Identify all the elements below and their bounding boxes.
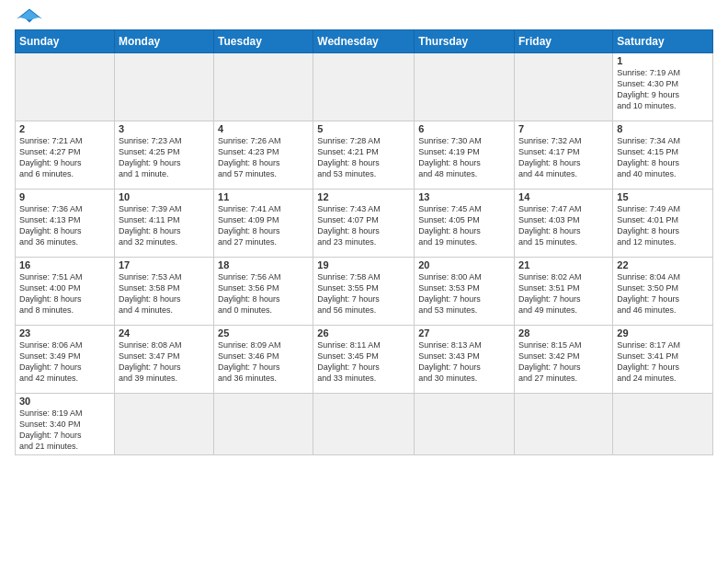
page: SundayMondayTuesdayWednesdayThursdayFrid… (0, 0, 728, 563)
day-info: Sunrise: 8:06 AM Sunset: 3:49 PM Dayligh… (19, 339, 110, 385)
calendar-week-6: 30Sunrise: 8:19 AM Sunset: 3:40 PM Dayli… (16, 394, 713, 455)
day-info: Sunrise: 7:34 AM Sunset: 4:15 PM Dayligh… (617, 135, 709, 180)
calendar-cell: 25Sunrise: 8:09 AM Sunset: 3:46 PM Dayli… (214, 326, 313, 394)
day-info: Sunrise: 7:28 AM Sunset: 4:21 PM Dayligh… (317, 135, 410, 180)
calendar-cell: 24Sunrise: 8:08 AM Sunset: 3:47 PM Dayli… (114, 326, 213, 394)
day-number: 12 (317, 191, 410, 202)
calendar-cell (613, 394, 713, 455)
day-number: 27 (418, 327, 510, 339)
day-number: 13 (418, 191, 510, 202)
day-info: Sunrise: 7:26 AM Sunset: 4:23 PM Dayligh… (218, 135, 309, 180)
day-info: Sunrise: 7:53 AM Sunset: 3:58 PM Dayligh… (119, 271, 210, 316)
calendar-cell: 13Sunrise: 7:45 AM Sunset: 4:05 PM Dayli… (415, 190, 515, 258)
calendar-cell: 1Sunrise: 7:19 AM Sunset: 4:30 PM Daylig… (613, 53, 713, 121)
day-info: Sunrise: 7:45 AM Sunset: 4:05 PM Dayligh… (418, 203, 510, 248)
day-info: Sunrise: 7:41 AM Sunset: 4:09 PM Dayligh… (218, 203, 309, 248)
day-info: Sunrise: 7:39 AM Sunset: 4:11 PM Dayligh… (119, 203, 210, 248)
day-info: Sunrise: 8:08 AM Sunset: 3:47 PM Dayligh… (119, 339, 210, 385)
calendar-cell: 22Sunrise: 8:04 AM Sunset: 3:50 PM Dayli… (613, 258, 713, 326)
day-info: Sunrise: 8:11 AM Sunset: 3:45 PM Dayligh… (317, 339, 410, 385)
weekday-header-tuesday: Tuesday (214, 30, 313, 53)
calendar-cell: 27Sunrise: 8:13 AM Sunset: 3:43 PM Dayli… (415, 326, 515, 394)
day-number: 28 (518, 327, 609, 339)
day-info: Sunrise: 8:15 AM Sunset: 3:42 PM Dayligh… (518, 339, 609, 385)
day-number: 17 (119, 259, 210, 270)
weekday-header-saturday: Saturday (613, 30, 713, 53)
calendar-week-3: 9Sunrise: 7:36 AM Sunset: 4:13 PM Daylig… (16, 190, 713, 258)
calendar-cell: 15Sunrise: 7:49 AM Sunset: 4:01 PM Dayli… (613, 190, 713, 258)
calendar-cell: 14Sunrise: 7:47 AM Sunset: 4:03 PM Dayli… (515, 190, 613, 258)
calendar-cell: 30Sunrise: 8:19 AM Sunset: 3:40 PM Dayli… (16, 394, 115, 455)
day-number: 22 (617, 259, 709, 270)
day-number: 20 (418, 259, 510, 270)
calendar-cell: 21Sunrise: 8:02 AM Sunset: 3:51 PM Dayli… (515, 258, 613, 326)
calendar-cell: 8Sunrise: 7:34 AM Sunset: 4:15 PM Daylig… (613, 121, 713, 190)
calendar-cell: 2Sunrise: 7:21 AM Sunset: 4:27 PM Daylig… (16, 121, 115, 190)
calendar-cell: 7Sunrise: 7:32 AM Sunset: 4:17 PM Daylig… (515, 121, 613, 190)
day-info: Sunrise: 8:04 AM Sunset: 3:50 PM Dayligh… (617, 271, 709, 316)
calendar-header-row: SundayMondayTuesdayWednesdayThursdayFrid… (16, 30, 713, 53)
header-area (15, 9, 713, 24)
day-number: 4 (218, 123, 309, 134)
day-number: 8 (617, 123, 709, 134)
day-number: 10 (119, 191, 210, 202)
calendar-cell (114, 394, 213, 455)
calendar-cell: 18Sunrise: 7:56 AM Sunset: 3:56 PM Dayli… (214, 258, 313, 326)
day-info: Sunrise: 7:47 AM Sunset: 4:03 PM Dayligh… (518, 203, 609, 248)
calendar-week-2: 2Sunrise: 7:21 AM Sunset: 4:27 PM Daylig… (16, 121, 713, 190)
calendar-cell (415, 53, 515, 121)
calendar-cell (515, 394, 613, 455)
calendar-cell: 5Sunrise: 7:28 AM Sunset: 4:21 PM Daylig… (313, 121, 415, 190)
logo (15, 9, 42, 24)
calendar-cell: 28Sunrise: 8:15 AM Sunset: 3:42 PM Dayli… (515, 326, 613, 394)
day-info: Sunrise: 8:00 AM Sunset: 3:53 PM Dayligh… (418, 271, 510, 316)
calendar-cell (214, 53, 313, 121)
calendar-cell: 19Sunrise: 7:58 AM Sunset: 3:55 PM Dayli… (313, 258, 415, 326)
day-number: 14 (518, 191, 609, 202)
calendar-cell: 9Sunrise: 7:36 AM Sunset: 4:13 PM Daylig… (16, 190, 115, 258)
weekday-header-monday: Monday (114, 30, 213, 53)
calendar-cell (114, 53, 213, 121)
day-info: Sunrise: 7:23 AM Sunset: 4:25 PM Dayligh… (119, 135, 210, 180)
day-info: Sunrise: 8:09 AM Sunset: 3:46 PM Dayligh… (218, 339, 309, 385)
calendar-table: SundayMondayTuesdayWednesdayThursdayFrid… (15, 29, 713, 455)
calendar-week-1: 1Sunrise: 7:19 AM Sunset: 4:30 PM Daylig… (16, 53, 713, 121)
day-number: 21 (518, 259, 609, 270)
day-info: Sunrise: 7:19 AM Sunset: 4:30 PM Dayligh… (617, 67, 709, 112)
day-number: 25 (218, 327, 309, 339)
day-number: 15 (617, 191, 709, 202)
day-number: 3 (119, 123, 210, 134)
calendar-cell: 26Sunrise: 8:11 AM Sunset: 3:45 PM Dayli… (313, 326, 415, 394)
calendar-cell: 10Sunrise: 7:39 AM Sunset: 4:11 PM Dayli… (114, 190, 213, 258)
day-info: Sunrise: 8:13 AM Sunset: 3:43 PM Dayligh… (418, 339, 510, 385)
weekday-header-thursday: Thursday (415, 30, 515, 53)
day-number: 6 (418, 123, 510, 134)
calendar-cell: 16Sunrise: 7:51 AM Sunset: 4:00 PM Dayli… (16, 258, 115, 326)
day-info: Sunrise: 7:56 AM Sunset: 3:56 PM Dayligh… (218, 271, 309, 316)
day-number: 2 (19, 123, 110, 134)
day-info: Sunrise: 8:02 AM Sunset: 3:51 PM Dayligh… (518, 271, 609, 316)
calendar-cell: 4Sunrise: 7:26 AM Sunset: 4:23 PM Daylig… (214, 121, 313, 190)
day-info: Sunrise: 7:43 AM Sunset: 4:07 PM Dayligh… (317, 203, 410, 248)
day-number: 5 (317, 123, 410, 134)
day-number: 23 (19, 327, 110, 339)
day-info: Sunrise: 7:30 AM Sunset: 4:19 PM Dayligh… (418, 135, 510, 180)
calendar-cell (313, 394, 415, 455)
weekday-header-wednesday: Wednesday (313, 30, 415, 53)
day-info: Sunrise: 7:51 AM Sunset: 4:00 PM Dayligh… (19, 271, 110, 316)
day-number: 11 (218, 191, 309, 202)
day-info: Sunrise: 7:32 AM Sunset: 4:17 PM Dayligh… (518, 135, 609, 180)
day-number: 24 (119, 327, 210, 339)
day-number: 16 (19, 259, 110, 270)
logo-bird-icon (17, 7, 42, 24)
calendar-cell: 17Sunrise: 7:53 AM Sunset: 3:58 PM Dayli… (114, 258, 213, 326)
calendar-week-4: 16Sunrise: 7:51 AM Sunset: 4:00 PM Dayli… (16, 258, 713, 326)
calendar-cell (16, 53, 115, 121)
day-number: 7 (518, 123, 609, 134)
day-info: Sunrise: 8:19 AM Sunset: 3:40 PM Dayligh… (19, 408, 110, 453)
calendar-cell (415, 394, 515, 455)
calendar-week-5: 23Sunrise: 8:06 AM Sunset: 3:49 PM Dayli… (16, 326, 713, 394)
calendar-cell (515, 53, 613, 121)
day-number: 30 (19, 396, 110, 407)
day-info: Sunrise: 7:36 AM Sunset: 4:13 PM Dayligh… (19, 203, 110, 248)
